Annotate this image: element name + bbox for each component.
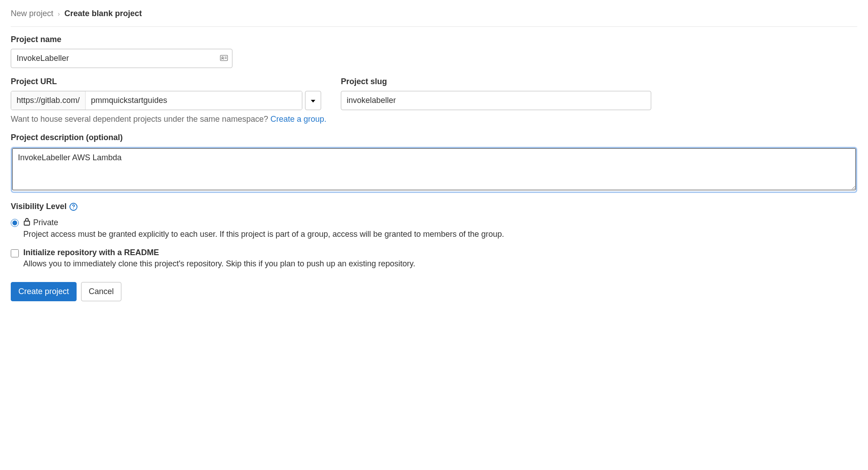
namespace-dropdown-toggle[interactable] — [305, 91, 321, 110]
divider — [11, 26, 857, 27]
description-group: Project description (optional) InvokeLab… — [11, 133, 857, 193]
visibility-option-desc: Project access must be granted explicitl… — [23, 230, 504, 239]
description-label: Project description (optional) — [11, 133, 857, 142]
readme-option: Initialize repository with a README Allo… — [11, 248, 857, 269]
visibility-private-radio[interactable] — [11, 219, 19, 227]
cancel-button[interactable]: Cancel — [81, 282, 121, 301]
breadcrumb-current: Create blank project — [64, 9, 142, 18]
project-name-group: Project name — [11, 35, 857, 68]
chevron-right-icon: › — [58, 10, 60, 17]
breadcrumb: New project › Create blank project — [11, 9, 857, 18]
visibility-label: Visibility Level — [11, 202, 857, 211]
create-group-link[interactable]: Create a group. — [271, 115, 327, 124]
svg-rect-6 — [24, 221, 30, 225]
url-prefix: https://gitlab.com/ — [11, 91, 86, 110]
svg-point-5 — [73, 208, 74, 209]
project-slug-group: Project slug — [341, 77, 651, 110]
namespace-select[interactable]: pmmquickstartguides — [86, 91, 302, 110]
readme-desc: Allows you to immediately clone this pro… — [23, 259, 415, 269]
readme-checkbox[interactable] — [11, 249, 19, 257]
project-url-group: Project URL https://gitlab.com/ pmmquick… — [11, 77, 321, 110]
chevron-down-icon — [311, 97, 315, 104]
description-textarea[interactable]: InvokeLabeller AWS Lambda — [12, 148, 856, 190]
help-icon[interactable] — [69, 203, 77, 211]
breadcrumb-parent-link[interactable]: New project — [11, 9, 53, 18]
visibility-private-option: Private Project access must be granted e… — [11, 218, 857, 239]
create-project-button[interactable]: Create project — [11, 282, 77, 301]
project-slug-label: Project slug — [341, 77, 651, 86]
project-name-label: Project name — [11, 35, 857, 44]
project-url-label: Project URL — [11, 77, 321, 86]
namespace-help-text: Want to house several dependent projects… — [11, 115, 857, 124]
action-buttons: Create project Cancel — [11, 282, 857, 301]
project-name-input[interactable] — [11, 49, 232, 68]
readme-title: Initialize repository with a README — [23, 248, 415, 257]
visibility-option-title: Private — [33, 218, 58, 227]
lock-icon — [23, 218, 30, 228]
project-slug-input[interactable] — [341, 91, 651, 110]
